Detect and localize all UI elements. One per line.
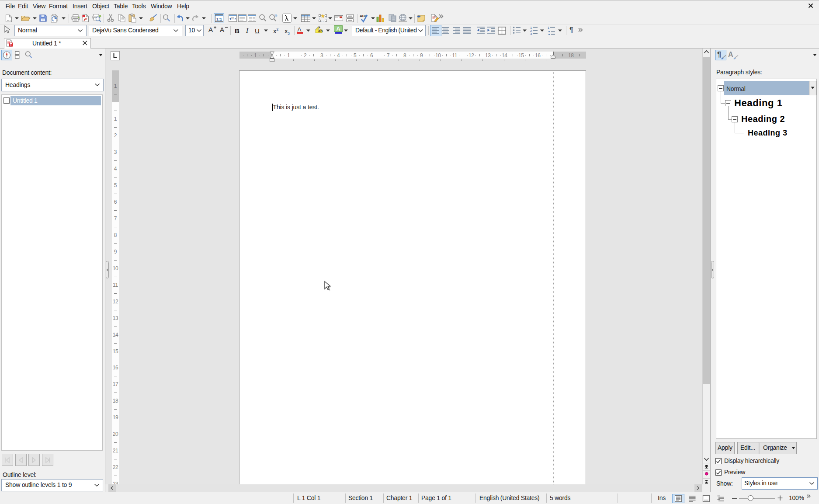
svg-text:A: A: [208, 26, 213, 33]
svg-text:%: %: [274, 14, 277, 17]
svg-text:1: 1: [548, 26, 549, 30]
svg-text:A: A: [336, 26, 340, 32]
svg-text:T: T: [10, 42, 12, 47]
svg-text:A: A: [220, 26, 224, 33]
svg-text:1:1: 1:1: [216, 17, 222, 21]
svg-text:3: 3: [530, 32, 532, 36]
svg-text:ab: ab: [318, 29, 323, 33]
svg-text:A: A: [298, 26, 302, 33]
